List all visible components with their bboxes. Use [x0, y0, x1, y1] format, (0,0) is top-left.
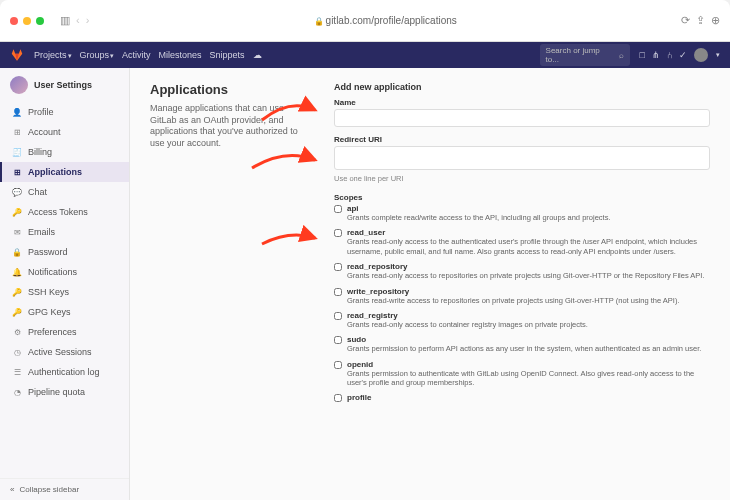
collapse-sidebar[interactable]: « Collapse sidebar [0, 478, 129, 500]
scope-description: Grants read-only access to the authentic… [347, 237, 710, 256]
sidebar-icon: 🧾 [12, 148, 22, 157]
scope-description: Grants permission to authenticate with G… [347, 369, 710, 388]
sidebar-item-active-sessions[interactable]: ◷Active Sessions [0, 342, 129, 362]
sidebar-item-billing[interactable]: 🧾Billing [0, 142, 129, 162]
sidebar-icon: 💬 [12, 188, 22, 197]
browser-nav: ▥ ‹ › [60, 14, 89, 27]
scope-description: Grants read-only access to repositories … [347, 271, 710, 280]
sidebar-icon: ◷ [12, 348, 22, 357]
search-icon: ⌕ [619, 51, 624, 60]
scope-description: Grants permission to perform API actions… [347, 344, 710, 353]
menu-activity[interactable]: Activity [122, 50, 151, 60]
sidebar-icon: ⊞ [12, 128, 22, 137]
name-input[interactable] [334, 109, 710, 127]
sidebar-item-pipeline-quota[interactable]: ◔Pipeline quota [0, 382, 129, 402]
forward-icon[interactable]: › [86, 14, 90, 27]
sidebar-item-preferences[interactable]: ⚙Preferences [0, 322, 129, 342]
scope-name: read_user [347, 228, 710, 237]
sidebar-item-label: Notifications [28, 267, 77, 277]
scope-checkbox-openid[interactable] [334, 361, 342, 369]
menu-milestones[interactable]: Milestones [159, 50, 202, 60]
scope-checkbox-profile[interactable] [334, 394, 342, 402]
sidebar-icon: 🔑 [12, 288, 22, 297]
chevron-down-icon: ▾ [68, 52, 72, 59]
sidebar-item-label: Active Sessions [28, 347, 92, 357]
sidebar-icon: ◔ [12, 388, 22, 397]
sidebar-item-chat[interactable]: 💬Chat [0, 182, 129, 202]
menu-projects[interactable]: Projects▾ [34, 50, 72, 60]
sidebar-item-password[interactable]: 🔒Password [0, 242, 129, 262]
maximize-window[interactable] [36, 17, 44, 25]
sidebar-icon: ✉ [12, 228, 22, 237]
scope-checkbox-read_user[interactable] [334, 229, 342, 237]
sidebar-item-label: Preferences [28, 327, 77, 337]
sidebar-item-applications[interactable]: ⊞Applications [0, 162, 129, 182]
sidebar-item-label: Applications [28, 167, 82, 177]
operations-icon[interactable]: ☁ [253, 50, 262, 60]
page-description: Manage applications that can use GitLab … [150, 103, 310, 150]
menu-snippets[interactable]: Snippets [210, 50, 245, 60]
todos-icon[interactable]: ✓ [679, 50, 687, 60]
sidebar-item-label: Account [28, 127, 61, 137]
sidebar-item-label: Billing [28, 147, 52, 157]
close-window[interactable] [10, 17, 18, 25]
sidebar-toggle-icon[interactable]: ▥ [60, 14, 70, 27]
sidebar-icon: ⊞ [12, 168, 22, 177]
issues-icon[interactable]: ⋔ [652, 50, 660, 60]
user-avatar[interactable] [694, 48, 708, 62]
redirect-uri-input[interactable] [334, 146, 710, 170]
scope-checkbox-read_registry[interactable] [334, 312, 342, 320]
gitlab-topbar: Projects▾ Groups▾ Activity Milestones Sn… [0, 42, 730, 68]
sidebar-header: User Settings [0, 68, 129, 102]
scope-checkbox-sudo[interactable] [334, 336, 342, 344]
chevron-down-icon: ▾ [716, 51, 720, 59]
scope-name: openid [347, 360, 710, 369]
minimize-window[interactable] [23, 17, 31, 25]
scope-api: apiGrants complete read/write access to … [334, 204, 710, 222]
sidebar-item-label: GPG Keys [28, 307, 71, 317]
scope-profile: profile [334, 393, 710, 402]
sidebar: User Settings 👤Profile⊞Account🧾Billing⊞A… [0, 68, 130, 500]
address-bar[interactable]: 🔒gitlab.com/profile/applications [97, 15, 673, 26]
sidebar-item-notifications[interactable]: 🔔Notifications [0, 262, 129, 282]
menu-groups[interactable]: Groups▾ [80, 50, 115, 60]
sidebar-icon: 👤 [12, 108, 22, 117]
sidebar-item-account[interactable]: ⊞Account [0, 122, 129, 142]
scope-name: api [347, 204, 710, 213]
scope-name: write_repository [347, 287, 710, 296]
gitlab-logo-icon[interactable] [10, 48, 24, 62]
sidebar-item-authentication-log[interactable]: ☰Authentication log [0, 362, 129, 382]
sidebar-icon: 🔒 [12, 248, 22, 257]
sidebar-item-label: Chat [28, 187, 47, 197]
sidebar-icon: 🔑 [12, 308, 22, 317]
reload-icon[interactable]: ⟳ [681, 14, 690, 27]
back-icon[interactable]: ‹ [76, 14, 80, 27]
scopes-label: Scopes [334, 193, 710, 202]
scope-name: read_repository [347, 262, 710, 271]
sidebar-title: User Settings [34, 80, 92, 90]
scope-checkbox-write_repository[interactable] [334, 288, 342, 296]
sidebar-item-profile[interactable]: 👤Profile [0, 102, 129, 122]
tabs-icon[interactable]: ⊕ [711, 14, 720, 27]
scope-checkbox-api[interactable] [334, 205, 342, 213]
scope-description: Grants read-write access to repositories… [347, 296, 710, 305]
sidebar-item-emails[interactable]: ✉Emails [0, 222, 129, 242]
sidebar-item-label: Profile [28, 107, 54, 117]
scope-description: Grants read-only access to container reg… [347, 320, 710, 329]
sidebar-item-access-tokens[interactable]: 🔑Access Tokens [0, 202, 129, 222]
scope-name: profile [347, 393, 710, 402]
name-label: Name [334, 98, 710, 107]
plus-icon[interactable]: □ [640, 50, 645, 60]
sidebar-item-label: Pipeline quota [28, 387, 85, 397]
scope-openid: openidGrants permission to authenticate … [334, 360, 710, 388]
scope-sudo: sudoGrants permission to perform API act… [334, 335, 710, 353]
merge-requests-icon[interactable]: ⑃ [667, 50, 672, 60]
traffic-lights [10, 17, 44, 25]
share-icon[interactable]: ⇪ [696, 14, 705, 27]
sidebar-item-gpg-keys[interactable]: 🔑GPG Keys [0, 302, 129, 322]
scope-checkbox-read_repository[interactable] [334, 263, 342, 271]
search-input[interactable]: Search or jump to... ⌕ [540, 44, 630, 66]
sidebar-item-ssh-keys[interactable]: 🔑SSH Keys [0, 282, 129, 302]
page-heading: Applications [150, 82, 310, 97]
scope-read_repository: read_repositoryGrants read-only access t… [334, 262, 710, 280]
